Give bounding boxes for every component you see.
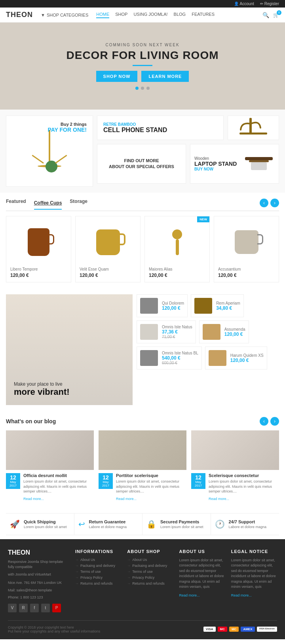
footer-link[interactable]: Privacy Policy: [127, 576, 173, 580]
mastercard-icon: MC: [218, 627, 227, 632]
logo: THEON: [6, 11, 33, 19]
footer-link[interactable]: About Us: [127, 558, 173, 562]
footer-link[interactable]: Terms of use: [75, 570, 121, 574]
blog-section: What's on our blog ‹ › 12 May 2017 Offic…: [0, 411, 285, 509]
vibrant-section: Make your place to live more vibrant! Qu…: [0, 294, 285, 411]
laptop-stand-svg: [243, 153, 275, 175]
pinterest-icon[interactable]: P: [52, 604, 61, 612]
learn-more-button[interactable]: LEARN MORE: [141, 71, 189, 82]
mini-product-title: Qui Dolorem: [162, 301, 184, 305]
footer-about-us-text: Lorem ipsum dolor sit amet, consectetur …: [179, 558, 225, 590]
svg-rect-4: [251, 162, 267, 170]
nav-features[interactable]: FEATURES: [192, 12, 215, 18]
hero-title: DECOR FOR LIVING ROOM: [66, 49, 219, 62]
blog-read-more[interactable]: Read more...: [23, 497, 44, 501]
blog-excerpt: Lorem ipsum dolor sit amet, consectetur …: [116, 479, 186, 494]
product-grid: Libero Tempore 120,00 € Velit Esse Quam …: [6, 216, 279, 282]
tab-coffee-cups[interactable]: Coffee Cups: [34, 200, 62, 210]
footer-link[interactable]: About Us: [75, 558, 121, 562]
footer-social: V R f t P: [8, 604, 69, 612]
mini-product-title: Rem Aperiam: [216, 301, 240, 305]
blog-date: 12 May 2017: [191, 473, 205, 489]
mini-product-title: Omnis Iste Natus: [162, 325, 192, 329]
dot-3[interactable]: [146, 87, 150, 90]
mini-product-title: Harum Quidem XS: [230, 353, 264, 358]
blog-navigation: ‹ ›: [260, 417, 279, 426]
footer-link[interactable]: Returns and refunds: [127, 581, 173, 585]
footer-informations-col: INFORMATIONS About Us Packaing and deliv…: [75, 549, 121, 612]
shop-now-button[interactable]: SHOP NOW: [96, 71, 138, 82]
blog-prev-arrow[interactable]: ‹: [260, 417, 268, 426]
facebook-icon[interactable]: f: [30, 604, 39, 612]
tab-storage[interactable]: Storage: [70, 199, 87, 207]
register-link[interactable]: ✏ Register: [260, 2, 279, 6]
feature-title: Secured Payments: [160, 519, 203, 524]
product-card[interactable]: Velit Esse Quam 120,00 €: [75, 216, 141, 282]
footer-link[interactable]: Returns and refunds: [75, 581, 121, 585]
blog-read-more[interactable]: Read more...: [116, 497, 137, 501]
dot-1[interactable]: [135, 87, 139, 90]
stand-svg: [238, 116, 269, 140]
mini-product-title: Omnis Iste Natus BL: [162, 351, 198, 355]
footer-link[interactable]: Packaing and delivery: [127, 564, 173, 568]
mini-products-grid: Qui Dolorem 120,00 € Rem Aperiam 34,80 €…: [137, 294, 279, 405]
vimeo-icon[interactable]: V: [8, 604, 17, 612]
special-offers-promo[interactable]: FIND OUT MORE ABOUT OUR SPECIAL OFFERS: [97, 144, 186, 184]
footer-link[interactable]: Packaing and delivery: [75, 564, 121, 568]
feature-desc: Lorem ipsum dolor sit amet: [24, 525, 67, 529]
mini-product[interactable]: Rem Aperiam 34,80 €: [191, 294, 244, 317]
mini-product[interactable]: Qui Dolorem 120,00 €: [137, 294, 188, 317]
dot-2[interactable]: [141, 87, 144, 90]
product-card[interactable]: NEW Maiores Alias 120,00 €: [144, 216, 210, 282]
feature-quick-shipping: 🚀 Quick Shipping Lorem ipsum dolor sit a…: [6, 513, 74, 535]
mini-product[interactable]: Omnis Iste Natus BL 540,00 € 600,00 €: [137, 347, 202, 369]
promo-left: Buy 2 things PAY FOR ONE!: [6, 116, 93, 187]
footer-read-more[interactable]: Read more...: [231, 593, 252, 597]
footer-copyright: Copyright © 2018 your copyright text her…: [8, 625, 100, 633]
hero-content: COMMING SOON NEXT WEEK DECOR FOR LIVING …: [66, 43, 219, 90]
nav-shop[interactable]: SHOP: [115, 12, 127, 18]
blog-post-title: Scelerisque consectetur: [209, 473, 279, 478]
account-icon: 👤: [234, 2, 239, 6]
next-arrow[interactable]: ›: [270, 199, 279, 207]
mini-product-old-price: 71,00 €: [162, 335, 192, 339]
nav-using-joomla[interactable]: USING JOOMLA!: [133, 12, 167, 18]
nav-home[interactable]: HOME: [96, 12, 109, 18]
twitter-icon[interactable]: t: [41, 604, 50, 612]
footer-link[interactable]: Privacy Policy: [75, 576, 121, 580]
blog-read-more[interactable]: Read more...: [209, 497, 229, 501]
product-card[interactable]: Libero Tempore 120,00 €: [6, 216, 71, 282]
product-card[interactable]: Accusantium 120,00 €: [214, 216, 279, 282]
mini-product[interactable]: Assumenda 120,00 €: [199, 320, 249, 343]
dropdown-icon: ▼: [41, 13, 45, 17]
mini-product[interactable]: Omnis Iste Natus 37,36 € 71,00 €: [137, 320, 196, 343]
features-section: 🚀 Quick Shipping Lorem ipsum dolor sit a…: [6, 513, 279, 535]
product-price: 120,00 €: [218, 273, 275, 278]
footer-col-title: INFORMATIONS: [75, 549, 121, 554]
footer-legal-text: Lorem ipsum dolor sit amet, consectetur …: [231, 558, 277, 590]
mini-product-price: 120,00 €: [230, 358, 264, 363]
mini-product-title: Assumenda: [224, 327, 245, 331]
cell-phone-stand-image: [228, 116, 279, 140]
footer-bottom: Copyright © 2018 your copyright text her…: [8, 620, 277, 633]
blog-next-arrow[interactable]: ›: [270, 417, 279, 426]
blog-meta: 12 May 2017 Porttitor scelerisque Lorem …: [99, 473, 186, 501]
mini-product-price: 34,80 €: [216, 305, 240, 311]
prev-arrow[interactable]: ‹: [260, 199, 268, 207]
footer-link[interactable]: Terms of use: [127, 570, 173, 574]
footer-desc-1: Responsive Joomla Shop template fully co…: [8, 559, 69, 570]
rss-icon[interactable]: R: [19, 604, 28, 612]
account-link[interactable]: 👤 Account: [234, 2, 254, 6]
blog-excerpt: Lorem ipsum dolor sit amet, consectetur …: [23, 479, 94, 494]
nav-blog[interactable]: BLOG: [174, 12, 186, 18]
laptop-stand-promo: Wooden LAPTOP STAND BUY NOW: [190, 144, 279, 184]
buy-now-link[interactable]: BUY NOW: [194, 167, 237, 171]
footer-read-more[interactable]: Read more...: [179, 593, 200, 597]
shop-categories-dropdown[interactable]: ▼ SHOP CATEGORIES: [41, 13, 88, 17]
tab-featured[interactable]: Featured: [6, 199, 26, 207]
blog-card: 12 May 2017 Porttitor scelerisque Lorem …: [99, 430, 186, 503]
mini-product[interactable]: Harum Quidem XS 120,00 €: [205, 347, 267, 369]
cart-icon[interactable]: 🛒 0: [273, 12, 279, 18]
search-icon[interactable]: 🔍: [262, 12, 269, 18]
vibrant-small-text: Make your place to live: [14, 381, 70, 387]
